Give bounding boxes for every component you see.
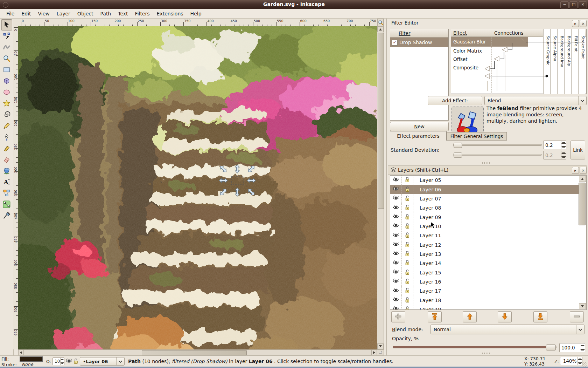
tool-paint-bucket[interactable] (1, 166, 12, 176)
lower-layer-button[interactable] (498, 311, 512, 322)
link-button[interactable]: Link (570, 141, 585, 159)
filter-editor-expand-button[interactable]: ▸ (572, 20, 579, 27)
layer-lock-toggle[interactable] (402, 176, 413, 185)
layers-scroll-down[interactable] (579, 303, 586, 309)
scroll-left-button[interactable] (18, 350, 24, 355)
raise-layer-button[interactable] (463, 311, 477, 322)
effect-row[interactable]: Color Matrix (451, 47, 528, 55)
layer-row[interactable]: Layer 19 (390, 305, 579, 310)
tool-star[interactable] (1, 98, 12, 109)
canvas[interactable] (18, 26, 377, 349)
effect-type-select[interactable]: Blend (484, 96, 587, 105)
tool-dropper[interactable] (1, 211, 12, 221)
opacity-slider[interactable] (393, 346, 556, 348)
vertical-scroll-thumb[interactable] (378, 33, 384, 209)
panel-resize-grip[interactable] (482, 162, 491, 164)
layer-lock-toggle[interactable] (402, 305, 413, 310)
tool-connector[interactable] (1, 199, 12, 210)
layer-visibility-toggle[interactable] (390, 286, 402, 295)
window-resize-grip[interactable] (582, 362, 587, 367)
tool-spiral[interactable] (1, 110, 12, 120)
filter-checkbox[interactable]: ✓ (392, 40, 398, 46)
layer-lock-toggle[interactable] (402, 277, 413, 286)
std-dev-value-2[interactable]: 0.2 (543, 151, 566, 159)
layer-lock-toggle[interactable] (402, 231, 413, 240)
menu-item[interactable]: Text (114, 10, 131, 18)
vertical-scrollbar[interactable] (377, 19, 384, 349)
layer-visibility-toggle[interactable] (390, 194, 402, 203)
tab-effect-parameters[interactable]: Effect parameters (390, 131, 447, 141)
layer-lock-toggle[interactable] (402, 259, 413, 268)
layer-row[interactable]: Layer 14 (390, 259, 579, 268)
add-effect-button[interactable]: Add Effect: (428, 96, 482, 105)
layer-row[interactable]: Layer 11 (390, 231, 579, 240)
title-bar[interactable]: Garden.svg - Inkscape − □ × (0, 0, 588, 9)
std-dev-slider-1[interactable] (453, 144, 542, 146)
layer-visibility-toggle[interactable] (390, 295, 402, 305)
layers-panel-header[interactable]: Layers (Shift+Ctrl+L) (388, 165, 587, 175)
tool-node-editor[interactable] (1, 31, 12, 42)
layer-row[interactable]: Layer 18 (390, 295, 579, 305)
layers-close-button[interactable]: × (580, 167, 587, 174)
scroll-down-button[interactable] (377, 343, 384, 349)
current-layer-select[interactable]: •Layer 06 (80, 357, 125, 366)
menu-item[interactable]: Path (97, 10, 114, 18)
layer-row[interactable]: Layer 05 (390, 176, 579, 185)
std-dev-value-1[interactable]: 0.2 (543, 141, 566, 149)
spin-up-icon[interactable] (580, 343, 585, 348)
layer-lock-toggle[interactable] (402, 194, 413, 203)
std-dev-slider-1-thumb[interactable] (454, 143, 462, 148)
lower-layer-to-bottom-button[interactable] (533, 311, 547, 322)
layers-expand-button[interactable]: ▸ (572, 167, 579, 174)
menu-item[interactable]: Edit (18, 10, 34, 18)
menu-item[interactable]: Layer (53, 10, 74, 18)
tool-tweak[interactable] (1, 42, 12, 53)
layer-visibility-toggle[interactable] (390, 259, 402, 268)
selection-handles[interactable] (213, 159, 262, 202)
menu-item[interactable]: Object (74, 10, 97, 18)
tool-pencil[interactable] (1, 121, 12, 131)
layer-visibility-toggle[interactable] (390, 176, 402, 185)
layer-visibility-toggle[interactable] (390, 222, 402, 231)
layer-lock-toggle[interactable] (402, 185, 413, 194)
fill-swatch[interactable] (20, 356, 43, 362)
zoom-corner-icon[interactable] (377, 19, 384, 27)
tab-filter-general-settings[interactable]: Filter General Settings (447, 132, 507, 141)
layers-scroll-thumb[interactable] (579, 183, 586, 225)
maximize-button[interactable]: □ (569, 1, 578, 8)
lock-open-icon[interactable] (74, 358, 78, 365)
layer-row[interactable]: Layer 08 (390, 203, 579, 212)
layer-visibility-toggle[interactable] (390, 268, 402, 277)
layer-row[interactable]: Layer 06 (390, 185, 579, 194)
layer-visibility-toggle[interactable] (390, 185, 402, 194)
layer-row[interactable]: Layer 17 (390, 286, 579, 295)
scroll-up-button[interactable] (377, 27, 384, 32)
minimize-button[interactable]: − (560, 1, 569, 8)
spin-down-icon[interactable] (578, 361, 582, 365)
layer-lock-toggle[interactable] (402, 222, 413, 231)
layer-visibility-toggle[interactable] (390, 305, 402, 310)
layer-row[interactable]: Layer 13 (390, 250, 579, 259)
tool-bezier-pen[interactable] (1, 132, 12, 143)
spin-up-icon[interactable] (561, 141, 566, 145)
tool-calligraphy[interactable] (1, 143, 12, 154)
filter-editor-close-button[interactable]: × (580, 20, 587, 27)
effect-column-header[interactable]: Effect (451, 29, 492, 37)
horizontal-scroll-thumb[interactable] (142, 350, 247, 355)
tool-box-3d[interactable] (1, 76, 12, 87)
spin-down-icon[interactable] (561, 155, 566, 159)
tool-eraser[interactable] (1, 155, 12, 165)
std-dev-slider-2[interactable] (453, 154, 542, 156)
tool-selector[interactable] (1, 19, 12, 30)
layer-visibility-toggle[interactable] (390, 231, 402, 240)
menu-item[interactable]: Filters (132, 10, 153, 18)
layer-row[interactable]: Layer 09 (390, 212, 579, 222)
layer-lock-toggle[interactable] (402, 203, 413, 212)
raise-layer-to-top-button[interactable] (428, 311, 442, 322)
layer-row[interactable]: Layer 16 (390, 277, 579, 286)
spin-up-icon[interactable] (561, 151, 566, 155)
tool-ellipse[interactable] (1, 87, 12, 98)
opacity-value[interactable]: 100.0 (559, 343, 585, 352)
add-layer-button[interactable] (391, 311, 405, 322)
delete-layer-button[interactable] (570, 311, 584, 322)
